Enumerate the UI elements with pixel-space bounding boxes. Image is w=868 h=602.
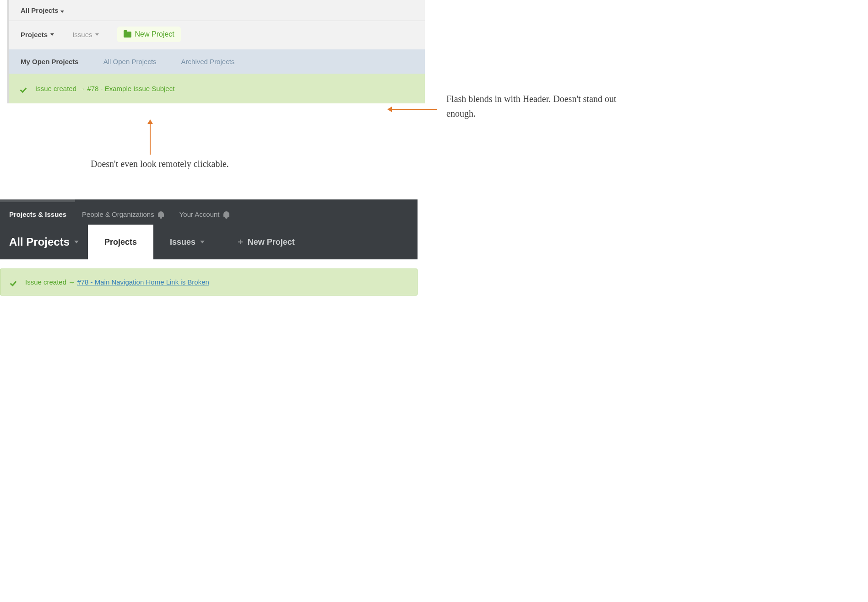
nav-projects-issues[interactable]: Projects & Issues bbox=[9, 210, 66, 218]
chevron-down-icon bbox=[200, 241, 205, 243]
chevron-down-icon bbox=[60, 11, 64, 13]
chevron-down-icon bbox=[95, 33, 99, 36]
flash-message: Issue created → #78 - Example Issue Subj… bbox=[9, 74, 425, 103]
top-nav: Projects & Issues People & Organizations… bbox=[0, 202, 418, 225]
new-project-button[interactable]: New Project bbox=[117, 27, 181, 42]
issues-label: Issues bbox=[72, 31, 92, 38]
bell-icon bbox=[223, 211, 229, 217]
flash-message: Issue created → #78 - Main Navigation Ho… bbox=[0, 269, 418, 296]
issues-dropdown[interactable]: Issues bbox=[72, 31, 98, 38]
annotation-flash-blends: Flash blends in with Header. Doesn't sta… bbox=[446, 91, 639, 121]
projects-dropdown[interactable]: Projects bbox=[21, 31, 54, 38]
example-1-container: All Projects Projects Issues New Project… bbox=[0, 0, 868, 103]
tab-issues[interactable]: Issues bbox=[153, 225, 221, 259]
tab-my-open-projects[interactable]: My Open Projects bbox=[21, 58, 79, 65]
flash-prefix: Issue created → bbox=[35, 85, 85, 92]
new-project-label: New Project bbox=[135, 30, 174, 38]
all-projects-dropdown[interactable]: All Projects bbox=[7, 225, 88, 259]
nav-your-account[interactable]: Your Account bbox=[179, 210, 229, 218]
tab-projects[interactable]: Projects bbox=[88, 225, 153, 259]
flash-text: Issue created → #78 - Main Navigation Ho… bbox=[25, 278, 209, 286]
secondary-nav: Projects Issues New Project bbox=[9, 21, 425, 49]
main-nav: All Projects Projects Issues + New Proje… bbox=[0, 225, 418, 259]
annotation-arrow bbox=[150, 124, 151, 155]
chevron-down-icon bbox=[74, 241, 79, 243]
project-tabs: My Open Projects All Open Projects Archi… bbox=[9, 49, 425, 74]
chevron-down-icon bbox=[50, 33, 54, 36]
example-2-container: Projects & Issues People & Organizations… bbox=[0, 199, 868, 296]
all-projects-dropdown[interactable]: All Projects bbox=[9, 0, 425, 21]
example-1-panel: All Projects Projects Issues New Project… bbox=[7, 0, 425, 103]
new-project-button[interactable]: + New Project bbox=[221, 225, 311, 259]
annotation-arrow bbox=[391, 109, 437, 110]
tab-archived-projects[interactable]: Archived Projects bbox=[181, 58, 235, 65]
check-icon bbox=[21, 86, 29, 92]
example-2-topbar: Projects & Issues People & Organizations… bbox=[0, 199, 418, 259]
annotation-not-clickable: Doesn't even look remotely clickable. bbox=[91, 156, 229, 171]
folder-icon bbox=[124, 32, 131, 38]
flash-prefix: Issue created → bbox=[25, 278, 75, 286]
tab-all-open-projects[interactable]: All Open Projects bbox=[103, 58, 157, 65]
nav-people-organizations[interactable]: People & Organizations bbox=[82, 210, 164, 218]
flash-link[interactable]: #78 - Example Issue Subject bbox=[87, 85, 174, 92]
plus-icon: + bbox=[238, 237, 243, 247]
all-projects-label: All Projects bbox=[21, 6, 59, 14]
projects-label: Projects bbox=[21, 31, 48, 38]
check-icon bbox=[11, 279, 19, 285]
bell-icon bbox=[158, 211, 164, 217]
flash-link[interactable]: #78 - Main Navigation Home Link is Broke… bbox=[77, 278, 209, 286]
flash-text: Issue created → #78 - Example Issue Subj… bbox=[35, 85, 174, 92]
